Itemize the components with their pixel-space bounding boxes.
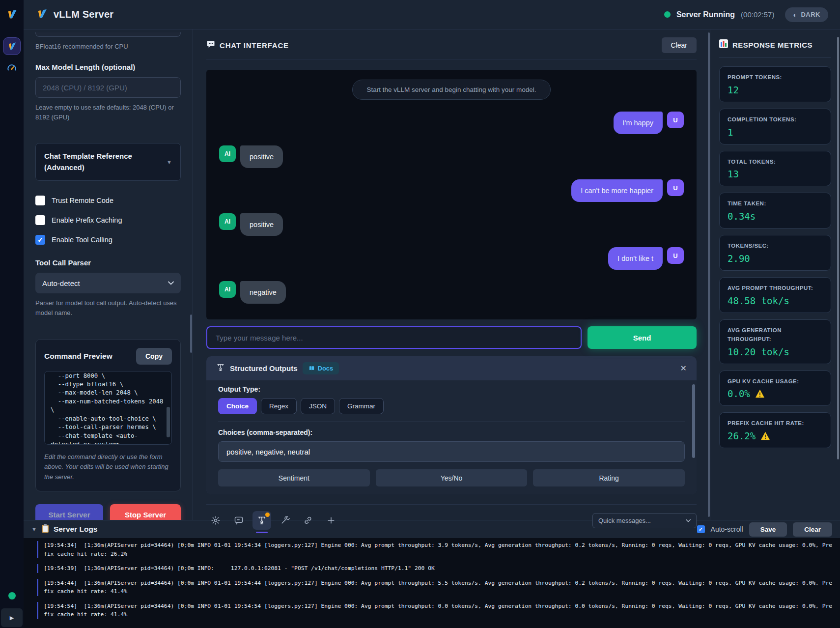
- structured-outputs-scrollbar-thumb[interactable]: [692, 384, 695, 458]
- checkbox[interactable]: [35, 235, 45, 245]
- max-model-length-input[interactable]: [35, 77, 181, 98]
- metric-card: PREFIX CACHE HIT RATE: 26.2%: [719, 412, 831, 448]
- notification-dot: [265, 513, 270, 517]
- output-type-pills: Choice Regex JSON Grammar: [218, 398, 685, 414]
- log-entry: [19:54:54] [1;36m(APIServer pid=34464) […: [37, 602, 835, 619]
- message-bubble: positive: [240, 213, 283, 236]
- server-logs-body[interactable]: [19:54:34] [1;36m(APIServer pid=34464) […: [24, 538, 840, 628]
- output-type-pill[interactable]: Choice: [218, 398, 257, 414]
- output-type-pill[interactable]: Grammar: [339, 398, 384, 414]
- choices-input[interactable]: [218, 441, 685, 462]
- metric-label: AVG GENERATION THROUGHPUT:: [728, 326, 823, 344]
- quick-messages-select[interactable]: Quick messages...: [592, 513, 697, 528]
- gear-icon: [211, 515, 221, 525]
- close-icon[interactable]: ✕: [680, 364, 687, 373]
- chat-messages-area[interactable]: Start the vLLM server and begin chatting…: [206, 70, 697, 319]
- checkbox-row[interactable]: Trust Remote Code: [35, 196, 181, 205]
- chat-template-reference-toggle[interactable]: Chat Template Reference (Advanced) ▼: [35, 143, 181, 181]
- autoscroll-label: Auto-scroll: [711, 525, 743, 533]
- server-uptime: (00:02:57): [741, 10, 774, 19]
- metric-value: 48.58 tok/s: [728, 295, 789, 306]
- code-scrollbar-thumb[interactable]: [167, 407, 170, 437]
- chat-message-row: AI positive: [219, 145, 684, 168]
- comment-button[interactable]: [229, 511, 248, 530]
- page-title: vLLM Server: [54, 9, 113, 20]
- preset-button[interactable]: Rating: [533, 469, 685, 486]
- add-button[interactable]: [322, 511, 340, 530]
- docs-link[interactable]: Docs: [303, 362, 339, 374]
- command-preview-code-box[interactable]: --port 8000 \ --dtype bfloat16 \ --max-m…: [44, 371, 172, 445]
- gauge-icon[interactable]: [6, 63, 17, 76]
- chat-message-input[interactable]: [206, 326, 582, 349]
- metric-value-row: 13: [728, 169, 823, 179]
- logs-clear-button[interactable]: Clear: [793, 522, 832, 537]
- structured-outputs-panel: Structured Outputs Docs ✕ Output Type: C…: [206, 356, 697, 494]
- command-preview-note: Edit the command directly or use the for…: [44, 452, 172, 483]
- metric-value: 13: [728, 169, 739, 179]
- metric-label: TIME TAKEN:: [728, 200, 823, 208]
- divider: [218, 422, 685, 422]
- metric-label: PREFIX CACHE HIT RATE:: [728, 419, 823, 428]
- checkbox[interactable]: [35, 196, 45, 205]
- clipped-select-fragment: [35, 32, 181, 37]
- chat-clear-button[interactable]: Clear: [662, 37, 697, 53]
- start-server-button[interactable]: Start Server: [35, 504, 103, 520]
- preset-button[interactable]: Sentiment: [218, 469, 370, 486]
- autoscroll-checkbox[interactable]: [697, 525, 705, 533]
- avatar: U: [667, 247, 684, 264]
- structured-outputs-toggle-button[interactable]: [252, 511, 271, 530]
- chat-column: CHAT INTERFACE Clear Start the vLLM serv…: [193, 29, 710, 520]
- message-list: U I'm happy AI positive U I can't: [219, 112, 684, 304]
- docs-book-icon: [308, 365, 315, 371]
- log-entry: [19:54:34] [1;36m(APIServer pid=34464) […: [37, 541, 835, 558]
- stop-server-button[interactable]: Stop Server: [110, 504, 181, 520]
- server-logs-title: Server Logs: [54, 525, 98, 534]
- log-entry: [19:54:44] [1;36m(APIServer pid=34464) […: [37, 579, 835, 596]
- collapse-triangle-icon[interactable]: ▼: [31, 526, 37, 532]
- checkbox-row[interactable]: Enable Prefix Caching: [35, 215, 181, 225]
- config-scrollbar-thumb[interactable]: [190, 314, 192, 353]
- chat-column-scrollbar-thumb[interactable]: [708, 32, 710, 517]
- play-button[interactable]: ▶: [1, 608, 23, 627]
- tool-call-parser-select[interactable]: Auto-detect: [35, 273, 181, 293]
- server-status-dot: [664, 11, 671, 18]
- clipboard-icon: [41, 524, 49, 535]
- quick-messages-label: Quick messages...: [598, 517, 651, 524]
- theme-toggle-button[interactable]: ◐ DARK: [785, 7, 828, 22]
- output-type-pill[interactable]: Regex: [261, 398, 297, 414]
- system-notice: Start the vLLM server and begin chatting…: [352, 80, 550, 100]
- rail-item-vllm[interactable]: [3, 37, 21, 55]
- link-button[interactable]: [299, 511, 317, 530]
- tool-call-parser-label: Tool Call Parser: [35, 258, 181, 267]
- logs-save-button[interactable]: Save: [749, 522, 787, 537]
- max-model-length-label: Max Model Length (optional): [35, 63, 181, 71]
- send-button[interactable]: Send: [588, 326, 697, 349]
- page-scrollbar-thumb[interactable]: [837, 37, 839, 459]
- checkbox[interactable]: [35, 215, 45, 225]
- metric-value: 12: [728, 85, 739, 95]
- metric-card: AVG PROMPT THROUGHPUT: 48.58 tok/s: [719, 277, 831, 313]
- app-root: ▶ vLLM Server Server Running (00:02:57) …: [0, 0, 840, 628]
- message-bubble: positive: [240, 145, 283, 168]
- max-model-length-help: Leave empty to use safe defaults: 2048 (…: [35, 103, 181, 122]
- message-bubble: I can't be more happier: [571, 179, 663, 202]
- copy-button[interactable]: Copy: [136, 348, 172, 365]
- settings-button[interactable]: [206, 511, 225, 530]
- metric-value-row: 12: [728, 85, 823, 95]
- chat-message-row: U I don't like t: [219, 247, 684, 270]
- server-logs-section: ▼ Server Logs Auto-scroll Save Clear [19…: [24, 520, 840, 628]
- metric-label: COMPLETION TOKENS:: [728, 115, 823, 124]
- tools-button[interactable]: [276, 511, 294, 530]
- play-icon: ▶: [10, 615, 14, 621]
- metric-card: COMPLETION TOKENS: 1: [719, 109, 831, 144]
- metric-card: PROMPT TOKENS: 12: [719, 66, 831, 102]
- config-checkboxes: Trust Remote Code Enable Prefix Caching …: [35, 196, 181, 245]
- checkbox-row[interactable]: Enable Tool Calling: [35, 235, 181, 245]
- metric-card: TIME TAKEN: 0.34s: [719, 193, 831, 228]
- half-moon-icon: ◐: [793, 11, 797, 19]
- docs-label: Docs: [318, 365, 334, 372]
- output-type-pill[interactable]: JSON: [301, 398, 335, 414]
- metric-card: TOTAL TOKENS: 13: [719, 151, 831, 187]
- choices-label: Choices (comma-separated):: [218, 428, 685, 436]
- preset-button[interactable]: Yes/No: [376, 469, 528, 486]
